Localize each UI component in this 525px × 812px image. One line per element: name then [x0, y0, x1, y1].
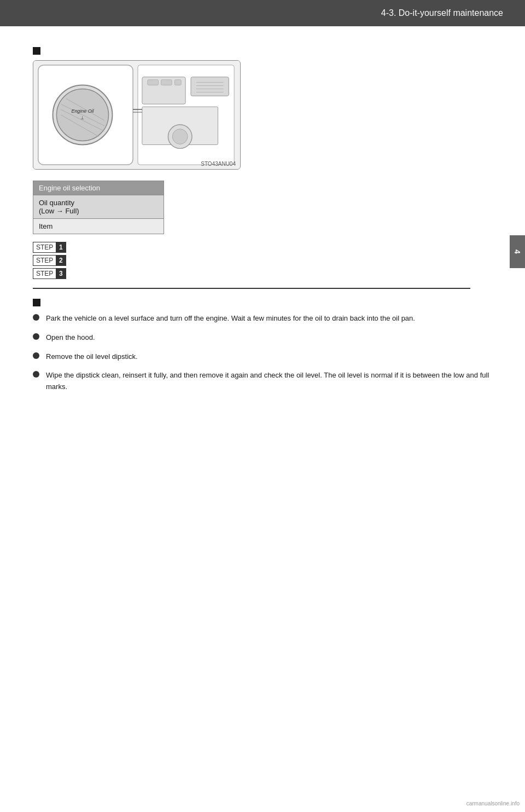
table-header: Engine oil selection: [33, 181, 164, 195]
svg-rect-13: [161, 80, 172, 85]
svg-point-17: [172, 129, 188, 144]
step-3-item: STEP 3: [33, 268, 503, 279]
bullet-text-3: Remove the oil level dipstick.: [46, 351, 503, 363]
table-cell-oil-quantity: Oil quantity(Low → Full): [33, 195, 164, 219]
step-1-label: STEP: [33, 242, 56, 252]
engine-diagram-svg: Engine Oil ⊥: [33, 61, 240, 169]
step-1-badge: STEP 1: [33, 242, 66, 253]
table-cell-item: Item: [33, 219, 164, 234]
page-title: 4-3. Do-it-yourself maintenance: [381, 8, 503, 18]
bullet-item-1: Park the vehicle on a level surface and …: [33, 313, 503, 324]
section2-marker: [33, 299, 40, 306]
engine-oil-table: Engine oil selection Oil quantity(Low → …: [33, 181, 164, 234]
svg-rect-12: [148, 80, 159, 85]
engine-diagram: Engine Oil ⊥ STO: [33, 60, 241, 170]
bullet-icon-4: [33, 371, 39, 378]
step-2-item: STEP 2: [33, 255, 503, 266]
table-row: Oil quantity(Low → Full): [33, 195, 164, 219]
step-3-number: 3: [56, 269, 66, 279]
section1-marker: [33, 47, 40, 55]
bullet-icon-2: [33, 333, 39, 340]
section-divider: [33, 288, 470, 289]
bullet-item-2: Open the hood.: [33, 332, 503, 344]
bullet-icon-3: [33, 352, 39, 359]
bullet-item-4: Wipe the dipstick clean, reinsert it ful…: [33, 370, 503, 393]
step-2-number: 2: [56, 256, 66, 265]
page-header: 4-3. Do-it-yourself maintenance: [0, 0, 525, 26]
bullet-text-2: Open the hood.: [46, 332, 503, 344]
svg-text:Engine Oil: Engine Oil: [71, 108, 94, 114]
bullet-section: Park the vehicle on a level surface and …: [33, 313, 503, 393]
bullet-item-3: Remove the oil level dipstick.: [33, 351, 503, 363]
bullet-text-1: Park the vehicle on a level surface and …: [46, 313, 503, 324]
step-2-badge: STEP 2: [33, 255, 66, 266]
chapter-tab: 4: [510, 235, 525, 268]
step-1-item: STEP 1: [33, 242, 503, 253]
step-2-label: STEP: [33, 256, 56, 265]
section2-header: [33, 298, 503, 306]
svg-text:⊥: ⊥: [81, 115, 85, 120]
main-content: Engine Oil ⊥ STO: [0, 26, 525, 411]
image-code: STO43ANU04: [201, 161, 236, 167]
step-3-badge: STEP 3: [33, 268, 66, 279]
svg-rect-20: [191, 77, 229, 96]
chapter-number: 4: [513, 250, 522, 254]
step-1-number: 1: [56, 242, 66, 252]
footer-watermark: carmanualsonline.info: [466, 801, 520, 807]
table-row: Item: [33, 219, 164, 234]
bullet-text-4: Wipe the dipstick clean, reinsert it ful…: [46, 370, 503, 393]
section1-header: [33, 46, 503, 55]
svg-rect-14: [174, 80, 181, 85]
steps-container: STEP 1 STEP 2 STEP 3: [33, 242, 503, 279]
bullet-icon-1: [33, 314, 39, 321]
step-3-label: STEP: [33, 269, 56, 279]
